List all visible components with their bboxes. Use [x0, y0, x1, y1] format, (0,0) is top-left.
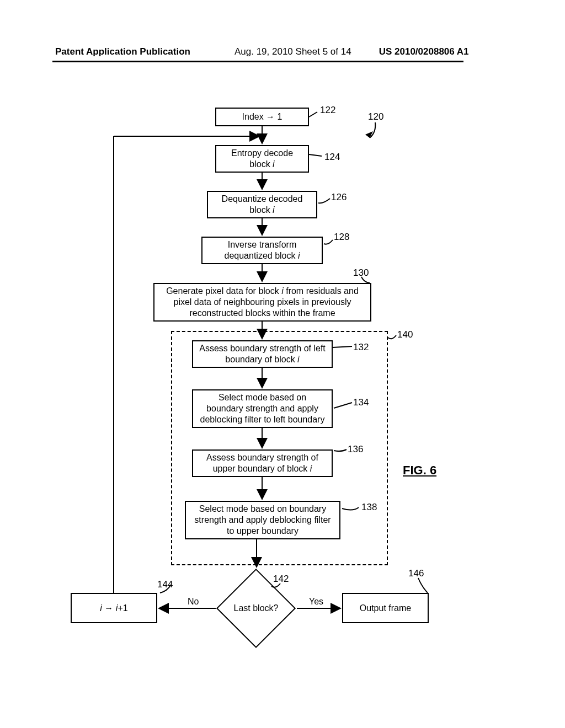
flowchart-canvas: Index → 1 122 120 Entropy decode block i… [0, 0, 565, 728]
svg-line-18 [333, 346, 352, 347]
svg-line-17 [309, 154, 322, 156]
svg-line-16 [309, 112, 317, 117]
flow-arrows [0, 0, 565, 728]
